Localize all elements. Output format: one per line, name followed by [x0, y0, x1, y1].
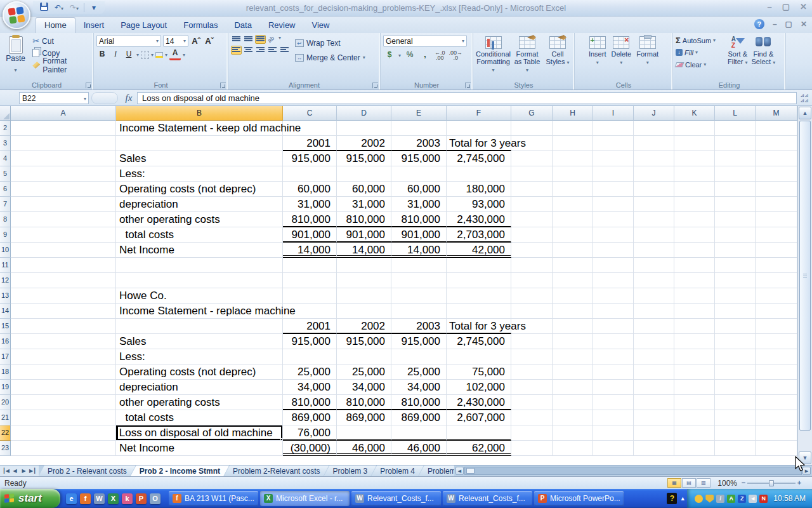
cell-B8[interactable]: other operating costs [116, 212, 283, 227]
cell-D7[interactable]: 31,000 [337, 197, 391, 212]
select-all-corner[interactable] [0, 106, 11, 121]
cell-K6[interactable] [674, 182, 715, 197]
cell-E12[interactable] [391, 273, 447, 288]
cell-H13[interactable] [553, 288, 593, 304]
cell-K7[interactable] [674, 197, 715, 212]
cell-F13[interactable] [447, 288, 511, 304]
cell-M17[interactable] [756, 349, 797, 364]
cell-F19[interactable]: 102,000 [447, 380, 511, 395]
row-header-6[interactable]: 6 [0, 182, 11, 197]
cell-M10[interactable] [756, 243, 797, 258]
powerpoint-icon[interactable]: P [136, 493, 147, 504]
sheet-tab-problem-4[interactable]: Problem 4 [371, 465, 424, 476]
row-header-3[interactable]: 3 [0, 136, 11, 151]
cell-K3[interactable] [674, 136, 715, 151]
cell-B9[interactable]: total costs [116, 227, 283, 243]
cell-H20[interactable] [553, 395, 593, 410]
cell-F17[interactable] [447, 349, 511, 364]
cell-B22[interactable]: Loss on disposal of old machine [116, 425, 283, 441]
cell-L18[interactable] [715, 364, 756, 380]
cell-A13[interactable] [11, 288, 116, 304]
cell-K22[interactable] [674, 425, 715, 441]
cell-C12[interactable] [283, 273, 337, 288]
cell-D18[interactable]: 25,000 [337, 364, 391, 380]
cell-G18[interactable] [511, 364, 553, 380]
column-header-D[interactable]: D [337, 106, 391, 121]
cell-M4[interactable] [756, 151, 797, 166]
fill-button[interactable]: ↓Fill▾ [676, 47, 725, 58]
cell-B15[interactable] [116, 319, 283, 334]
cell-F7[interactable]: 93,000 [447, 197, 511, 212]
messenger-tray-icon[interactable] [695, 495, 703, 503]
cell-K21[interactable] [674, 410, 715, 425]
column-header-J[interactable]: J [634, 106, 674, 121]
cell-H12[interactable] [553, 273, 593, 288]
cell-C10[interactable]: 14,000 [283, 243, 337, 258]
cell-D14[interactable] [337, 304, 391, 319]
cell-H4[interactable] [553, 151, 593, 166]
cell-E19[interactable]: 34,000 [391, 380, 447, 395]
cell-F3[interactable]: Total for 3 years [447, 136, 511, 151]
vertical-scrollbar[interactable]: ▲ ▼ [797, 106, 812, 465]
internet-explorer-icon[interactable]: e [66, 493, 77, 504]
zoom-slider[interactable]: − + [740, 479, 803, 487]
cell-A23[interactable] [11, 441, 116, 456]
cell-G2[interactable] [511, 121, 553, 136]
cell-K14[interactable] [674, 304, 715, 319]
volume-tray-icon[interactable]: ◄ [749, 495, 757, 503]
cell-G9[interactable] [511, 227, 553, 243]
conditional-formatting-button[interactable]: ConditionalFormatting ▾ [476, 35, 511, 80]
cell-E23[interactable]: 46,000 [391, 441, 447, 456]
cell-A6[interactable] [11, 182, 116, 197]
cell-E16[interactable]: 915,000 [391, 334, 447, 349]
borders-button[interactable] [141, 51, 149, 59]
prev-sheet-button[interactable]: ◀ [11, 468, 19, 474]
sheet-tab-prob-2-income-stmnt[interactable]: Prob 2 - Income Stmnt [131, 465, 229, 476]
cell-L11[interactable] [715, 258, 756, 273]
italic-button[interactable]: I [110, 49, 121, 60]
cell-G16[interactable] [511, 334, 553, 349]
paste-button[interactable]: Paste ▾ [3, 35, 29, 74]
cell-E10[interactable]: 14,000 [391, 243, 447, 258]
cell-L19[interactable] [715, 380, 756, 395]
cell-G5[interactable] [511, 166, 553, 182]
cell-F18[interactable]: 75,000 [447, 364, 511, 380]
cell-I17[interactable] [593, 349, 634, 364]
cell-A2[interactable] [11, 121, 116, 136]
cell-D19[interactable]: 34,000 [337, 380, 391, 395]
font-color-dropdown-arrow[interactable]: ▾ [183, 52, 185, 58]
cell-D22[interactable] [337, 425, 391, 441]
cell-D21[interactable]: 869,000 [337, 410, 391, 425]
cell-styles-button[interactable]: CellStyles ▾ [544, 35, 572, 80]
font-color-button[interactable]: A [169, 49, 181, 60]
save-button[interactable] [38, 3, 49, 13]
cell-B23[interactable]: Net Income [116, 441, 283, 456]
cell-K10[interactable] [674, 243, 715, 258]
cell-M18[interactable] [756, 364, 797, 380]
cell-M14[interactable] [756, 304, 797, 319]
shrink-font-button[interactable]: Aˇ [204, 36, 215, 47]
cell-G13[interactable] [511, 288, 553, 304]
cell-L23[interactable] [715, 441, 756, 456]
cell-A11[interactable] [11, 258, 116, 273]
cell-J7[interactable] [634, 197, 674, 212]
cell-E8[interactable]: 810,000 [391, 212, 447, 227]
column-header-E[interactable]: E [391, 106, 447, 121]
align-center-button[interactable] [243, 46, 254, 55]
cell-D6[interactable]: 60,000 [337, 182, 391, 197]
cell-G8[interactable] [511, 212, 553, 227]
cell-E2[interactable] [391, 121, 447, 136]
cell-E4[interactable]: 915,000 [391, 151, 447, 166]
column-header-M[interactable]: M [756, 106, 797, 121]
cell-A8[interactable] [11, 212, 116, 227]
cell-F22[interactable] [447, 425, 511, 441]
cell-L15[interactable] [715, 319, 756, 334]
cell-A14[interactable] [11, 304, 116, 319]
row-header-4[interactable]: 4 [0, 151, 11, 166]
help-icon[interactable]: ? [754, 19, 764, 29]
cell-D2[interactable] [337, 121, 391, 136]
decrease-indent-button[interactable] [267, 46, 278, 55]
page-break-view-button[interactable]: ▥ [697, 478, 710, 488]
cell-E6[interactable]: 60,000 [391, 182, 447, 197]
row-header-8[interactable]: 8 [0, 212, 11, 227]
